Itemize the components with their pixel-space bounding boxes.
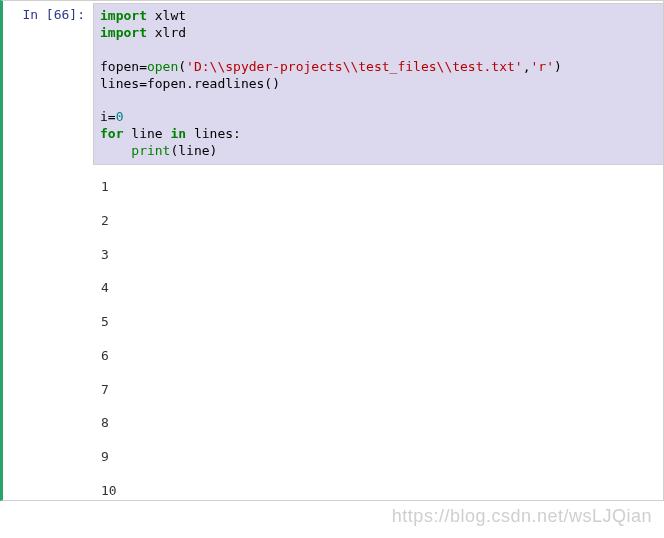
code-input-area[interactable]: import xlwt import xlrd fopen=open('D:\\… xyxy=(93,3,663,165)
input-prompt: In [66]: xyxy=(3,1,93,500)
code-block[interactable]: import xlwt import xlrd fopen=open('D:\\… xyxy=(94,4,663,164)
code-text xyxy=(100,143,131,158)
code-text: lines=fopen.readlines() xyxy=(100,76,280,91)
watermark-text: https://blog.csdn.net/wsLJQian xyxy=(392,505,652,528)
keyword-for: for xyxy=(100,126,123,141)
code-text: ) xyxy=(554,59,562,74)
keyword-import: import xyxy=(100,25,147,40)
number-literal: 0 xyxy=(116,109,124,124)
code-text: i= xyxy=(100,109,116,124)
cell-output: 1 2 3 4 5 6 7 8 9 10 xyxy=(93,167,663,500)
module-name: xlwt xyxy=(147,8,186,23)
code-text: ( xyxy=(178,59,186,74)
string-literal: 'r' xyxy=(530,59,553,74)
notebook-cell: In [66]: import xlwt import xlrd fopen=o… xyxy=(0,0,664,501)
code-text: (line) xyxy=(170,143,217,158)
builtin-print: print xyxy=(131,143,170,158)
prompt-label: In [66]: xyxy=(22,7,85,22)
builtin-open: open xyxy=(147,59,178,74)
code-text: lines: xyxy=(186,126,241,141)
string-literal: 'D:\\spyder-projects\\test_files\\test.t… xyxy=(186,59,523,74)
code-text: fopen= xyxy=(100,59,147,74)
keyword-import: import xyxy=(100,8,147,23)
code-text: line xyxy=(123,126,170,141)
cell-body: import xlwt import xlrd fopen=open('D:\\… xyxy=(93,1,663,500)
module-name: xlrd xyxy=(147,25,186,40)
keyword-in: in xyxy=(170,126,186,141)
